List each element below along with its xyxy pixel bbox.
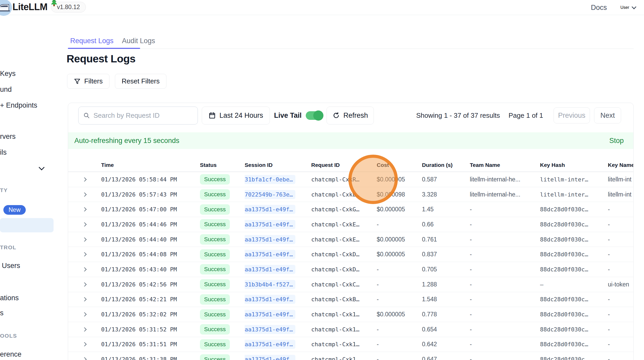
row-status-cell: Success: [200, 234, 245, 245]
row-team-name: -: [470, 236, 540, 243]
session-id-link[interactable]: aa1375d1-e49f…: [245, 235, 295, 244]
row-key-name: -: [608, 341, 633, 348]
sidebar-item-playground[interactable]: und: [0, 86, 12, 94]
stop-auto-refresh-link[interactable]: Stop: [609, 137, 624, 145]
row-expand-cell[interactable]: [78, 357, 101, 360]
session-id-link[interactable]: 7022549b-763e…: [245, 190, 295, 199]
sidebar-item-organizations[interactable]: ations: [0, 294, 19, 302]
sidebar-section-tools: OOLS: [0, 333, 17, 339]
active-tab-underline: [68, 48, 140, 49]
session-id-link[interactable]: aa1375d1-e49f…: [245, 205, 295, 214]
reset-filters-button[interactable]: Reset Filters: [115, 74, 166, 89]
row-expand-cell[interactable]: [78, 283, 101, 286]
row-duration: 0.705: [422, 266, 470, 273]
filters-button[interactable]: Filters: [67, 74, 109, 89]
row-expand-cell[interactable]: [78, 207, 101, 211]
col-header-status: Status: [200, 162, 245, 168]
table-row[interactable]: 01/13/2026 05:42:56 PM Success 31b3b4b4-…: [68, 277, 633, 292]
row-request-id: chatcmpl-CxkD…: [311, 266, 377, 273]
previous-page-button[interactable]: Previous: [554, 107, 590, 123]
row-expand-cell[interactable]: [78, 297, 101, 301]
row-request-id: chatcmpl-CxkG…: [311, 206, 377, 213]
refresh-button-label: Refresh: [343, 112, 368, 120]
sidebar-item-servers[interactable]: rvers: [0, 133, 16, 141]
status-badge: Success: [200, 264, 230, 274]
row-time: 01/13/2026 05:57:43 PM: [101, 191, 200, 198]
row-status-cell: Success: [200, 339, 245, 350]
navbar-right: Docs User: [591, 0, 636, 15]
litellm-logo: [0, 0, 12, 16]
session-id-link[interactable]: aa1375d1-e49f…: [245, 250, 295, 259]
session-id-link[interactable]: aa1375d1-e49f…: [245, 310, 295, 319]
row-expand-cell[interactable]: [78, 252, 101, 256]
table-row[interactable]: 01/13/2026 05:44:46 PM Success aa1375d1-…: [68, 217, 633, 232]
row-session-cell: aa1375d1-e49f…: [245, 310, 311, 319]
table-row[interactable]: 01/13/2026 05:31:51 PM Success aa1375d1-…: [68, 337, 633, 352]
session-id-link[interactable]: aa1375d1-e49f…: [245, 220, 295, 229]
session-id-link[interactable]: aa1375d1-e49f…: [245, 295, 295, 304]
table-row[interactable]: 01/13/2026 05:58:44 PM Success 31bfa1cf-…: [68, 172, 633, 187]
row-time: 01/13/2026 05:43:40 PM: [101, 266, 200, 273]
next-page-button[interactable]: Next: [594, 107, 621, 123]
row-time: 01/13/2026 05:31:52 PM: [101, 326, 200, 333]
session-id-link[interactable]: aa1375d1-e49f…: [245, 325, 295, 334]
status-badge: Success: [200, 294, 230, 305]
table-row[interactable]: 01/13/2026 05:32:02 PM Success aa1375d1-…: [68, 307, 633, 322]
row-session-cell: aa1375d1-e49f…: [245, 355, 311, 360]
row-expand-cell[interactable]: [78, 178, 101, 181]
refresh-icon: [333, 112, 340, 119]
row-expand-cell[interactable]: [78, 312, 101, 316]
table-row[interactable]: 01/13/2026 05:31:38 PM Success aa1375d1-…: [68, 352, 633, 360]
col-header-session-id: Session ID: [245, 162, 311, 168]
status-badge: Success: [200, 249, 230, 260]
table-row[interactable]: 01/13/2026 05:44:40 PM Success aa1375d1-…: [68, 232, 633, 247]
row-status-cell: Success: [200, 354, 245, 360]
table-row[interactable]: 01/13/2026 05:43:40 PM Success aa1375d1-…: [68, 262, 633, 277]
sidebar-item-teams[interactable]: s: [0, 309, 4, 317]
search-input[interactable]: [93, 112, 193, 120]
row-duration: 0.642: [422, 341, 470, 348]
row-team-name: -: [470, 341, 540, 348]
tab-audit-logs[interactable]: Audit Logs: [122, 37, 155, 45]
sidebar-item-models-endpoints[interactable]: + Endpoints: [0, 101, 37, 109]
row-expand-cell[interactable]: [78, 267, 101, 271]
row-expand-cell[interactable]: [78, 238, 101, 241]
row-cost: -: [377, 281, 422, 288]
row-team-name: -: [470, 266, 540, 273]
table-row[interactable]: 01/13/2026 05:42:21 PM Success aa1375d1-…: [68, 292, 633, 307]
sidebar-item-logs-selected[interactable]: [0, 218, 54, 232]
sidebar-item-virtual-keys[interactable]: Keys: [0, 70, 16, 78]
session-id-link[interactable]: 31bfa1cf-0ebe…: [245, 175, 295, 184]
row-key-hash: 88dc28d0f030c…: [540, 251, 608, 258]
holiday-tree-icon: [50, 0, 58, 7]
session-id-link[interactable]: 31b3b4b4-f527…: [245, 280, 295, 289]
row-duration: 1.45: [422, 206, 470, 213]
search-box[interactable]: [78, 107, 198, 125]
tab-request-logs[interactable]: Request Logs: [70, 37, 114, 45]
table-row[interactable]: 01/13/2026 05:47:00 PM Success aa1375d1-…: [68, 202, 633, 217]
session-id-link[interactable]: aa1375d1-e49f…: [245, 340, 295, 349]
row-expand-cell[interactable]: [78, 222, 101, 226]
sidebar-item-guardrails[interactable]: ils: [0, 148, 7, 156]
user-menu[interactable]: User: [620, 5, 636, 10]
table-row[interactable]: 01/13/2026 05:31:52 PM Success aa1375d1-…: [68, 322, 633, 337]
session-id-link[interactable]: aa1375d1-e49f…: [245, 265, 295, 274]
chevron-right-icon: [81, 267, 87, 271]
table-row[interactable]: 01/13/2026 05:44:08 PM Success aa1375d1-…: [68, 247, 633, 262]
row-key-name: -: [608, 311, 633, 318]
docs-link[interactable]: Docs: [591, 4, 607, 12]
refresh-button[interactable]: Refresh: [327, 107, 374, 125]
sidebar-item-api-reference[interactable]: erence: [0, 350, 22, 358]
row-expand-cell[interactable]: [78, 328, 101, 331]
live-tail-toggle[interactable]: [306, 111, 322, 120]
session-id-link[interactable]: aa1375d1-e49f…: [245, 355, 295, 360]
row-expand-cell[interactable]: [78, 342, 101, 346]
row-expand-cell[interactable]: [78, 193, 101, 197]
table-row[interactable]: 01/13/2026 05:57:43 PM Success 7022549b-…: [68, 187, 633, 202]
row-duration: 0.778: [422, 311, 470, 318]
row-request-id: chatcmpl-Cxk1…: [311, 356, 377, 360]
status-badge: Success: [200, 339, 230, 350]
time-range-button[interactable]: Last 24 Hours: [202, 107, 270, 125]
sidebar-item-users[interactable]: Users: [2, 262, 20, 270]
sidebar-expand-chevron-icon[interactable]: [39, 165, 45, 171]
